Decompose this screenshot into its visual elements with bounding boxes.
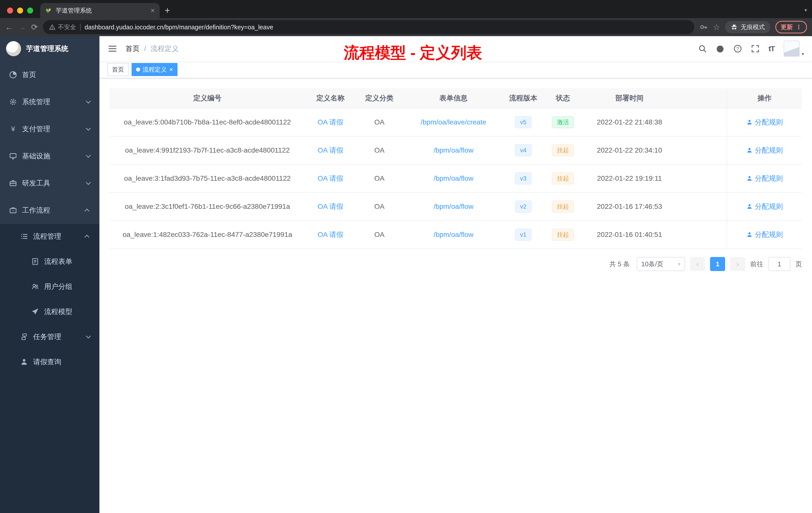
list-icon <box>20 233 28 240</box>
sidebar-item-process-model[interactable]: 流程模型 <box>0 299 99 324</box>
form-link[interactable]: /bpm/oa/flow <box>434 175 473 182</box>
tag-close-icon[interactable]: × <box>169 66 173 73</box>
person-icon <box>746 119 753 125</box>
assign-rule-link[interactable]: 分配规则 <box>746 230 783 239</box>
hamburger-icon[interactable] <box>108 44 117 54</box>
breadcrumb-separator: / <box>144 45 146 53</box>
column-header: 定义分类 <box>355 88 403 108</box>
definition-name-link[interactable]: OA 请假 <box>318 117 344 127</box>
sidebar-item-devtools[interactable]: 研发工具 <box>0 170 99 197</box>
search-icon[interactable] <box>698 44 707 53</box>
page-number-button[interactable]: 1 <box>710 257 725 271</box>
password-key-icon[interactable] <box>699 23 708 31</box>
definition-id: oa_leave:2:3c1f0ef1-76b1-11ec-9c66-a2380… <box>110 193 305 220</box>
fullscreen-icon[interactable] <box>751 44 759 53</box>
minimize-window-button[interactable] <box>17 7 23 13</box>
row-spacer <box>676 137 727 164</box>
update-button[interactable]: 更新 ⋮ <box>775 21 807 33</box>
chevron-up-icon <box>84 235 89 240</box>
definition-category: OA <box>355 193 403 220</box>
reload-icon[interactable]: ⟳ <box>31 23 38 31</box>
chevron-down-icon: ▾ <box>678 261 680 267</box>
definition-name-link[interactable]: OA 请假 <box>318 146 344 155</box>
sidebar-item-label: 工作流程 <box>22 206 50 215</box>
browser-tab[interactable]: 芋道管理系统 × <box>40 3 160 18</box>
sidebar-item-workflow[interactable]: 工作流程 <box>0 197 99 224</box>
sidebar-item-label: 请假查询 <box>33 357 61 367</box>
tag-process-definition[interactable]: 流程定义 × <box>132 63 177 76</box>
back-icon[interactable]: ← <box>5 23 13 31</box>
briefcase-icon <box>9 206 17 214</box>
person-icon <box>746 175 753 182</box>
sidebar-item-home[interactable]: 首页 <box>0 61 99 88</box>
assign-rule-link[interactable]: 分配规则 <box>746 117 783 127</box>
document-icon <box>31 258 39 266</box>
table-row: oa_leave:5:004b710b-7b8a-11ec-8ef0-acde4… <box>110 109 802 137</box>
sidebar-brand[interactable]: 芋道管理系统 <box>0 36 99 61</box>
bookmark-star-icon[interactable]: ☆ <box>713 23 720 31</box>
new-tab-button[interactable]: + <box>165 6 170 15</box>
tag-label: 流程定义 <box>143 65 167 73</box>
sidebar-item-label: 支付管理 <box>22 124 50 134</box>
column-header: 流程版本 <box>504 88 543 108</box>
row-spacer <box>676 221 727 248</box>
tab-close-icon[interactable]: × <box>151 6 155 14</box>
page-size-select[interactable]: 10条/页 ▾ <box>637 257 685 271</box>
sidebar-item-label: 研发工具 <box>22 178 50 188</box>
form-link[interactable]: /bpm/oa/flow <box>434 203 473 211</box>
person-icon <box>20 358 28 366</box>
sidebar-item-process-form[interactable]: 流程表单 <box>0 249 99 274</box>
sidebar-item-user-group[interactable]: 用户分组 <box>0 274 99 299</box>
prev-page-button[interactable]: ‹ <box>690 257 705 271</box>
table-row: oa_leave:2:3c1f0ef1-76b1-11ec-9c66-a2380… <box>110 193 802 221</box>
sidebar-item-task-management[interactable]: 任务管理 <box>0 324 99 350</box>
definition-category: OA <box>355 221 403 248</box>
forward-icon[interactable]: → <box>18 23 26 31</box>
font-size-icon[interactable]: tT <box>768 44 775 53</box>
table-row: oa_leave:1:482ec033-762a-11ec-8477-a2380… <box>110 221 802 249</box>
definition-category: OA <box>355 109 403 136</box>
browser-menu-dots-icon[interactable]: ⋮ <box>796 24 802 31</box>
column-header: 操作 <box>727 88 802 108</box>
sidebar-item-system[interactable]: 系统管理 <box>0 88 99 116</box>
version-badge: v4 <box>515 144 531 156</box>
tag-home[interactable]: 首页 <box>108 63 128 76</box>
main-area: 流程模型 - 定义列表 首页 / 流程定义 <box>99 36 812 513</box>
form-link[interactable]: /bpm/oa/leave/create <box>420 118 486 126</box>
sidebar-item-leave-query[interactable]: 请假查询 <box>0 350 99 374</box>
page-goto-input[interactable] <box>768 257 790 271</box>
tabstrip-chevron-icon[interactable]: ▾ <box>805 7 807 13</box>
close-window-button[interactable] <box>7 7 13 13</box>
definition-category: OA <box>355 137 403 164</box>
definition-name-link[interactable]: OA 请假 <box>318 230 344 239</box>
address-bar[interactable]: 不安全 dashboard.yudao.iocoder.cn/bpm/manag… <box>43 20 695 34</box>
help-icon[interactable]: ? <box>733 44 742 53</box>
form-link[interactable]: /bpm/oa/flow <box>434 146 473 154</box>
sidebar-item-payment[interactable]: ¥ 支付管理 <box>0 116 99 143</box>
tab-title: 芋道管理系统 <box>56 6 147 14</box>
user-menu[interactable]: ▾ <box>784 41 804 57</box>
status-badge: 激活 <box>552 116 574 128</box>
avatar[interactable] <box>784 41 800 57</box>
sidebar-item-process-management[interactable]: 流程管理 <box>0 224 99 249</box>
version-badge: v3 <box>515 173 531 184</box>
sidebar-item-infrastructure[interactable]: 基础设施 <box>0 143 99 170</box>
definition-name-link[interactable]: OA 请假 <box>318 174 344 183</box>
breadcrumb-home[interactable]: 首页 <box>125 44 140 54</box>
active-dot-icon <box>136 67 140 71</box>
security-chip[interactable]: 不安全 <box>49 23 76 31</box>
row-spacer <box>676 193 727 220</box>
next-page-button[interactable]: › <box>730 257 745 271</box>
definition-name-link[interactable]: OA 请假 <box>318 202 344 211</box>
column-header: 表单信息 <box>403 88 504 108</box>
assign-rule-link[interactable]: 分配规则 <box>746 202 783 211</box>
yen-icon: ¥ <box>9 125 17 133</box>
incognito-icon <box>731 24 738 31</box>
incognito-label: 无痕模式 <box>741 23 765 31</box>
github-icon[interactable] <box>716 44 724 53</box>
assign-rule-link[interactable]: 分配规则 <box>746 174 783 183</box>
assign-rule-link[interactable]: 分配规则 <box>746 146 783 155</box>
security-label: 不安全 <box>58 23 76 31</box>
zoom-window-button[interactable] <box>27 7 33 13</box>
form-link[interactable]: /bpm/oa/flow <box>434 231 473 239</box>
